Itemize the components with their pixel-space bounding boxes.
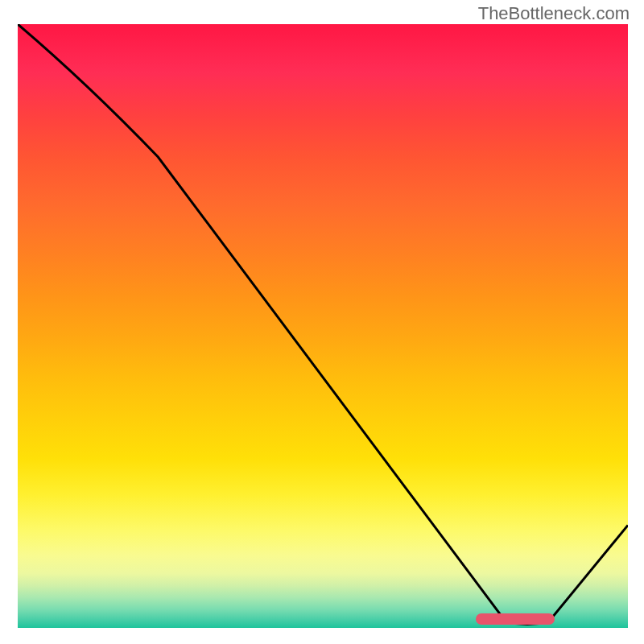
watermark-text: TheBottleneck.com bbox=[478, 3, 630, 24]
bottleneck-curve bbox=[18, 24, 628, 625]
chart-container bbox=[18, 24, 628, 628]
optimal-range-marker bbox=[476, 613, 555, 625]
curve-svg bbox=[18, 24, 628, 628]
